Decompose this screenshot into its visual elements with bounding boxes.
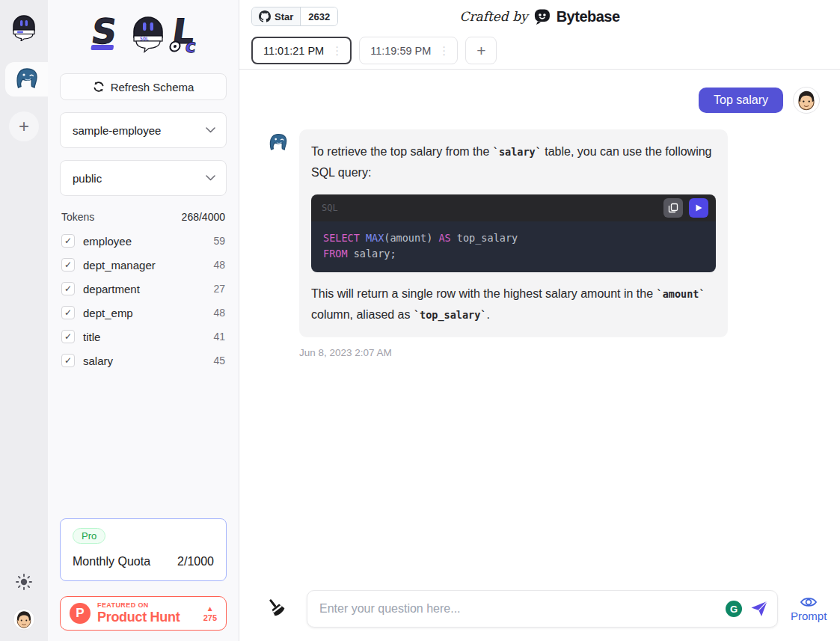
broom-icon bbox=[266, 597, 286, 618]
postgresql-icon bbox=[268, 132, 289, 153]
question-input[interactable] bbox=[319, 602, 717, 616]
user-message-row: Top salary bbox=[268, 87, 820, 114]
table-row: ✓ dept_manager 48 bbox=[60, 253, 227, 277]
prompt-button[interactable]: Prompt bbox=[791, 595, 827, 622]
tokens-label: Tokens bbox=[61, 211, 94, 223]
prompt-label: Prompt bbox=[791, 610, 827, 622]
bytebase-logo-icon bbox=[533, 7, 551, 25]
connection-select-value: sample-employee bbox=[73, 124, 161, 137]
code-block-header: SQL bbox=[311, 194, 716, 221]
product-hunt-votes: ▲ 275 bbox=[203, 605, 217, 622]
table-checkbox[interactable]: ✓ bbox=[61, 354, 75, 367]
copy-code-button[interactable] bbox=[663, 198, 683, 218]
product-hunt-featured-label: FEATURED ON bbox=[97, 601, 180, 609]
connection-rail: + bbox=[0, 0, 48, 641]
bytebase-brand-name: Bytebase bbox=[557, 8, 620, 25]
grammarly-icon[interactable]: G bbox=[726, 601, 742, 617]
table-checkbox[interactable]: ✓ bbox=[61, 282, 75, 295]
message-timestamp: Jun 8, 2023 2:07 AM bbox=[299, 347, 820, 358]
table-name: salary bbox=[83, 355, 205, 367]
inline-code: `amount` bbox=[657, 288, 705, 300]
table-checkbox[interactable]: ✓ bbox=[61, 330, 75, 343]
user-face-icon bbox=[794, 88, 819, 113]
svg-text:c: c bbox=[184, 36, 197, 57]
postgresql-icon bbox=[14, 67, 40, 92]
table-token-count: 27 bbox=[213, 283, 225, 295]
bot-message-bubble: To retrieve the top salary from the `sal… bbox=[299, 129, 728, 337]
table-token-count: 48 bbox=[213, 259, 225, 271]
chevron-down-icon bbox=[206, 175, 215, 181]
send-button[interactable] bbox=[750, 601, 768, 617]
clear-conversation-button[interactable] bbox=[266, 597, 286, 621]
new-conversation-button[interactable]: + bbox=[465, 37, 497, 64]
table-checkbox[interactable]: ✓ bbox=[61, 258, 75, 272]
sqlchat-logo: S SQL L c bbox=[60, 0, 227, 64]
table-token-count: 45 bbox=[213, 355, 225, 366]
table-name: title bbox=[83, 331, 205, 343]
table-name: employee bbox=[83, 235, 205, 248]
refresh-schema-label: Refresh Schema bbox=[111, 81, 194, 93]
table-token-count: 41 bbox=[213, 331, 225, 343]
main-header: Star 2632 Crafted by Bytebase bbox=[239, 0, 840, 70]
table-token-count: 59 bbox=[213, 235, 225, 247]
question-input-box: G bbox=[307, 590, 778, 628]
table-row: ✓ employee 59 bbox=[60, 229, 227, 253]
schema-select-value: public bbox=[73, 172, 102, 185]
tab-label: 11:01:21 PM bbox=[263, 45, 324, 57]
conversation-tab-active[interactable]: 11:01:21 PM ⋮ bbox=[251, 37, 352, 64]
sql-code-block: SQL bbox=[311, 194, 716, 272]
table-row: ✓ department 27 bbox=[60, 277, 227, 301]
table-checkbox[interactable]: ✓ bbox=[61, 306, 75, 319]
github-star-button[interactable]: Star 2632 bbox=[251, 7, 338, 26]
sql-chat-app: + bbox=[0, 0, 840, 641]
user-account-avatar[interactable] bbox=[13, 608, 35, 631]
user-avatar bbox=[793, 87, 820, 114]
bot-message-outro: This will return a single row with the h… bbox=[311, 283, 716, 325]
user-message-bubble: Top salary bbox=[699, 88, 783, 113]
product-hunt-logo-icon: P bbox=[70, 603, 91, 624]
bot-message-row: To retrieve the top salary from the `sal… bbox=[268, 129, 820, 337]
quota-card: Pro Monthly Quota 2/1000 bbox=[60, 518, 227, 581]
table-row: ✓ dept_emp 48 bbox=[60, 301, 227, 325]
refresh-schema-button[interactable]: Refresh Schema bbox=[60, 73, 227, 100]
crafted-by[interactable]: Crafted by Bytebase bbox=[459, 7, 619, 25]
copy-icon bbox=[668, 203, 678, 213]
github-icon bbox=[259, 10, 271, 22]
chat-area: Top salary bbox=[239, 70, 840, 590]
quota-label: Monthly Quota bbox=[73, 555, 150, 568]
star-label: Star bbox=[275, 11, 293, 22]
table-token-count: 48 bbox=[213, 307, 225, 319]
sqlchat-bot-avatar[interactable] bbox=[9, 11, 39, 43]
tab-menu-icon[interactable]: ⋮ bbox=[331, 45, 343, 56]
bot-avatar bbox=[268, 132, 289, 153]
table-name: department bbox=[83, 283, 205, 295]
table-row: ✓ salary 45 bbox=[60, 349, 227, 372]
product-hunt-name: Product Hunt bbox=[97, 610, 180, 625]
product-hunt-badge[interactable]: P FEATURED ON Product Hunt ▲ 275 bbox=[60, 596, 227, 631]
add-connection-button[interactable]: + bbox=[9, 111, 39, 141]
tab-label: 11:19:59 PM bbox=[370, 45, 431, 57]
upvote-icon: ▲ bbox=[206, 605, 214, 613]
sidebar: S SQL L c bbox=[48, 0, 239, 641]
connection-item-postgres[interactable] bbox=[5, 62, 48, 96]
eye-icon bbox=[800, 595, 818, 609]
sidebar-spacer bbox=[60, 372, 227, 518]
quota-value: 2/1000 bbox=[177, 555, 214, 568]
main-panel: Star 2632 Crafted by Bytebase bbox=[239, 0, 840, 641]
run-query-button[interactable] bbox=[689, 198, 708, 218]
upvote-count: 275 bbox=[203, 614, 217, 622]
crafted-by-label: Crafted by bbox=[459, 9, 527, 24]
table-checkbox[interactable]: ✓ bbox=[61, 234, 75, 248]
connection-select[interactable]: sample-employee bbox=[60, 112, 227, 148]
table-row: ✓ title 41 bbox=[60, 325, 227, 349]
conversation-tab[interactable]: 11:19:59 PM ⋮ bbox=[359, 37, 458, 64]
code-content: SELECT MAX(amount) AS top_salary FROM sa… bbox=[311, 221, 716, 272]
send-icon bbox=[750, 601, 768, 617]
bot-message-intro: To retrieve the top salary from the `sal… bbox=[311, 141, 716, 183]
theme-toggle-button[interactable] bbox=[16, 574, 32, 593]
user-face-icon bbox=[13, 608, 35, 631]
sun-icon bbox=[16, 574, 32, 590]
tab-menu-icon[interactable]: ⋮ bbox=[438, 45, 450, 56]
schema-select[interactable]: public bbox=[60, 160, 227, 196]
refresh-icon bbox=[93, 81, 105, 93]
